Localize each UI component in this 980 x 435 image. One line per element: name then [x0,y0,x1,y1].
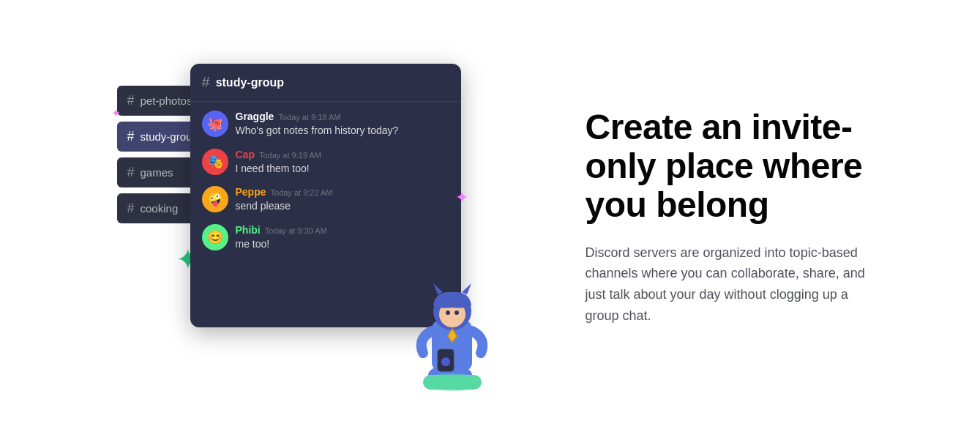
left-section: ✦ ✦ ✦ ✦ # pet-photos # study-group # gam… [102,42,512,393]
page-container: ✦ ✦ ✦ ✦ # pet-photos # study-group # gam… [88,42,893,393]
message-author-cap: Cap [236,149,255,160]
chat-header: # study-group [190,64,461,102]
message-header-peppe: Peppe Today at 9:22 AM [236,186,449,198]
hash-icon: # [127,93,135,108]
right-section: Create an invite-only place where you be… [556,108,878,327]
message-header-graggle: Graggle Today at 9:18 AM [236,111,449,122]
message-time-phibi: Today at 9:30 AM [265,226,327,235]
message-time-peppe: Today at 9:22 AM [271,188,333,197]
message-author-phibi: Phibi [236,224,261,236]
message-cap: 🎭 Cap Today at 9:19 AM I need them too! [202,149,449,176]
avatar-cap: 🎭 [202,149,228,175]
message-header-cap: Cap Today at 9:19 AM [236,149,449,160]
message-author-peppe: Peppe [236,186,266,198]
message-text-graggle: Who's got notes from history today? [236,124,449,138]
message-header-phibi: Phibi Today at 9:30 AM [236,224,449,236]
sparkle-pink-right: ✦ [455,188,468,207]
svg-point-10 [441,357,450,366]
message-text-cap: I need them too! [236,162,449,176]
avatar-phibi: 😊 [202,224,228,250]
message-time-cap: Today at 9:19 AM [259,151,321,160]
sparkle-pink-top: ✦ [111,106,121,120]
character-illustration [410,247,505,379]
message-graggle: 🐙 Graggle Today at 9:18 AM Who's got not… [202,111,449,138]
avatar-peppe: 🤪 [202,186,228,212]
hash-icon: # [127,165,135,180]
chat-messages: 🐙 Graggle Today at 9:18 AM Who's got not… [190,102,461,260]
chat-header-title: study-group [216,76,284,89]
avatar-graggle: 🐙 [202,111,228,137]
main-heading: Create an invite-only place where you be… [586,108,878,224]
message-peppe: 🤪 Peppe Today at 9:22 AM send please [202,186,449,214]
message-content-cap: Cap Today at 9:19 AM I need them too! [236,149,449,176]
svg-point-5 [455,311,459,315]
hash-icon: # [127,201,135,216]
message-author-graggle: Graggle [236,111,274,122]
main-description: Discord servers are organized into topic… [586,242,878,327]
svg-point-4 [446,311,450,315]
chat-header-hash-icon: # [202,74,210,91]
channel-label: cooking [141,202,179,215]
svg-marker-6 [433,283,443,294]
svg-marker-7 [462,283,471,294]
message-text-peppe: send please [236,199,449,214]
svg-rect-14 [423,375,482,390]
channel-label: pet-photos [141,94,192,107]
message-content-graggle: Graggle Today at 9:18 AM Who's got notes… [236,111,449,138]
channel-label: study-group [141,130,198,143]
message-time-graggle: Today at 9:18 AM [278,113,340,122]
message-content-peppe: Peppe Today at 9:22 AM send please [236,186,449,214]
hash-icon: # [127,129,135,144]
channel-label: games [141,166,173,179]
